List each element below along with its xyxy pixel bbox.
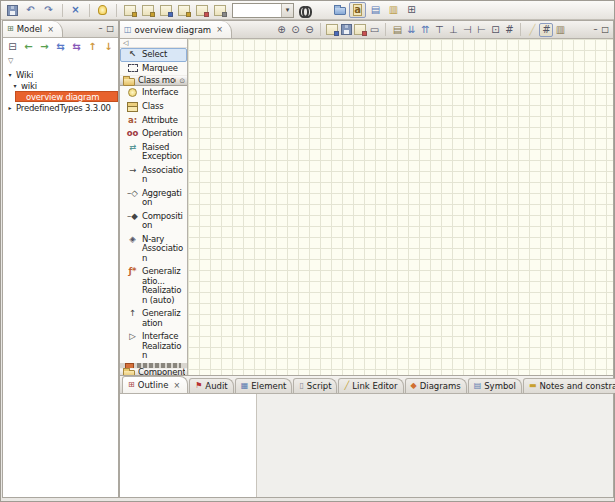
close-icon[interactable]: × [214, 24, 225, 35]
minimize-icon[interactable]: – [98, 25, 102, 33]
tree-item-wiki[interactable]: ▾Wiki [3, 69, 118, 80]
palette-tool-operation[interactable]: ooOperation [120, 127, 187, 141]
configuration-glyph: × [71, 5, 79, 15]
paste-style-icon[interactable]: ▤ [390, 23, 404, 37]
tab-script[interactable]: ▯Script [293, 378, 337, 393]
audit-check-icon[interactable] [94, 2, 111, 18]
tab-overview-diagram[interactable]: ◫ overview diagram × [120, 21, 232, 38]
new-state-diagram-icon[interactable] [175, 2, 192, 18]
expander-icon[interactable]: ▾ [11, 82, 19, 89]
tab-diagrams[interactable]: ◆Diagrams [405, 378, 467, 393]
tab-audit[interactable]: ⚑Audit [189, 378, 233, 393]
palette-tool-composition[interactable]: –◆Composition [120, 210, 187, 233]
snap-to-grid-icon[interactable]: # [539, 23, 553, 37]
association-glyph: → [129, 166, 136, 175]
palette-tool-interface[interactable]: Interface [120, 86, 187, 100]
related-diagrams-icon[interactable]: ⇆ [69, 39, 84, 54]
zoom-out-icon[interactable]: ⊖ [302, 23, 316, 37]
perspective-diagram-icon[interactable]: ▤ [367, 2, 384, 18]
zoom-in-icon[interactable]: ⊕ [274, 23, 288, 37]
undo-glyph: ↶ [26, 5, 34, 15]
palette-tool-attribute[interactable]: a:Attribute [120, 114, 187, 128]
tab-element[interactable]: ▦Element [235, 378, 293, 393]
tab-symbol[interactable]: ▤Symbol [468, 378, 522, 393]
close-icon[interactable]: × [171, 380, 182, 391]
palette-tool-label: Class [142, 102, 163, 112]
configuration-icon[interactable]: × [67, 2, 84, 18]
palette-tool-interface-realization[interactable]: ▷Interface Realization [120, 330, 187, 363]
new-class-diagram-icon[interactable] [121, 2, 138, 18]
search-icon[interactable] [297, 2, 314, 18]
palette-tool-select[interactable]: ↖Select [120, 48, 187, 62]
save-diagram-image-icon[interactable] [339, 23, 353, 37]
grid-layout-icon[interactable]: # [502, 23, 516, 37]
new-sequence-diagram-icon[interactable] [157, 2, 174, 18]
tab-model[interactable]: ⊞ Model × [3, 21, 63, 37]
tab-link-editor[interactable]: ╱Link Editor [338, 378, 403, 393]
view-menu-icon[interactable]: ▽ [8, 57, 13, 65]
print-diagram-icon[interactable] [325, 23, 339, 37]
tree-item-overview-diagram[interactable]: overview diagram [3, 91, 118, 102]
navigate-back-icon[interactable]: ← [21, 39, 36, 54]
expander-icon[interactable]: ▾ [6, 71, 14, 78]
palette-tool-marquee[interactable]: Marquee [120, 62, 187, 76]
tab-notes-and-constraints-icon: ▬ [529, 381, 537, 391]
palette-tool-generalization-realization-auto[interactable]: ƒ*Generalizatio... Realization (auto) [120, 265, 187, 307]
new-deployment-diagram-icon[interactable] [211, 2, 228, 18]
palette-collapse-icon[interactable]: ◁ [123, 39, 128, 47]
fit-to-window-icon[interactable]: ▭ [367, 23, 381, 37]
diagram-properties-icon[interactable] [353, 23, 367, 37]
palette-tool-nary-association[interactable]: ◈N-ary Association [120, 233, 187, 266]
palette-tool-association[interactable]: →Association [120, 164, 187, 187]
palette-tool-class[interactable]: Class [120, 100, 187, 114]
move-up-icon[interactable]: ↑ [85, 39, 100, 54]
tab-label: Link Editor [352, 381, 397, 391]
palette-tool-label: Interface Realization [142, 332, 185, 361]
same-size-icon[interactable]: ⊡ [488, 23, 502, 37]
tree-item-wiki[interactable]: ▾wiki [3, 80, 118, 91]
new-use-case-diagram-icon[interactable] [139, 2, 156, 18]
new-activity-diagram-icon[interactable] [193, 2, 210, 18]
collapse-all-icon[interactable]: ⊟ [5, 39, 20, 54]
align-left-icon[interactable]: ⊣ [460, 23, 474, 37]
perspective-window-icon[interactable]: ⊞ [403, 2, 420, 18]
align-bottom-icon[interactable]: ⊥ [446, 23, 460, 37]
maximize-icon[interactable]: □ [601, 26, 609, 34]
tab-outline[interactable]: ⊞Outline× [122, 376, 188, 393]
diagram-canvas[interactable] [188, 39, 613, 375]
layers-icon[interactable]: ▥ [553, 23, 567, 37]
align-right-icon[interactable]: ⊢ [474, 23, 488, 37]
palette-section-component-model[interactable]: Component mo... [120, 368, 187, 376]
model-tree-icon: ⊞ [7, 24, 14, 34]
close-icon[interactable]: × [45, 24, 56, 35]
palette-tool-raised-exception[interactable]: ⇄Raised Exception [120, 141, 187, 164]
edge-clipped-icon[interactable]: ¦ [117, 39, 118, 54]
related-elements-icon[interactable]: ⇆ [53, 39, 68, 54]
tree-item-predefinedtypes-3-3-00[interactable]: ▸PredefinedTypes 3.3.00 [3, 102, 118, 113]
navigate-forward-icon[interactable]: → [37, 39, 52, 54]
expander-icon[interactable]: ▸ [6, 104, 14, 111]
element-search-combo[interactable]: ▾ [232, 3, 294, 18]
minimize-icon[interactable]: – [593, 26, 597, 34]
tab-label: Outline [138, 380, 169, 390]
palette-tool-aggregation[interactable]: –◇Aggregation [120, 187, 187, 210]
open-project-icon[interactable] [331, 2, 348, 18]
perspective-model-icon[interactable]: a [349, 2, 366, 18]
perspective-development-icon[interactable]: ▥ [385, 2, 402, 18]
palette-section-class-model[interactable]: Class model⊙ [120, 75, 187, 86]
undo-icon[interactable]: ↶ [22, 2, 39, 18]
save-icon[interactable] [4, 2, 21, 18]
move-down-icon[interactable]: ↓ [101, 39, 116, 54]
tab-label: Symbol [484, 381, 516, 391]
outline-view-content[interactable] [120, 394, 257, 497]
palette-tool-generalization[interactable]: ↑Generalization [120, 307, 187, 330]
dropdown-arrow-icon[interactable]: ▾ [281, 4, 293, 17]
tab-notes-and-constraints[interactable]: ▬Notes and constraints [523, 378, 615, 393]
send-backward-icon[interactable]: ⇊ [404, 23, 418, 37]
redo-icon[interactable]: ↷ [40, 2, 57, 18]
maximize-icon[interactable]: □ [106, 25, 114, 33]
pin-icon[interactable]: ⊙ [179, 77, 185, 85]
bring-forward-icon[interactable]: ⇈ [418, 23, 432, 37]
zoom-original-icon[interactable]: ⊙ [288, 23, 302, 37]
align-top-icon[interactable]: ⊤ [432, 23, 446, 37]
